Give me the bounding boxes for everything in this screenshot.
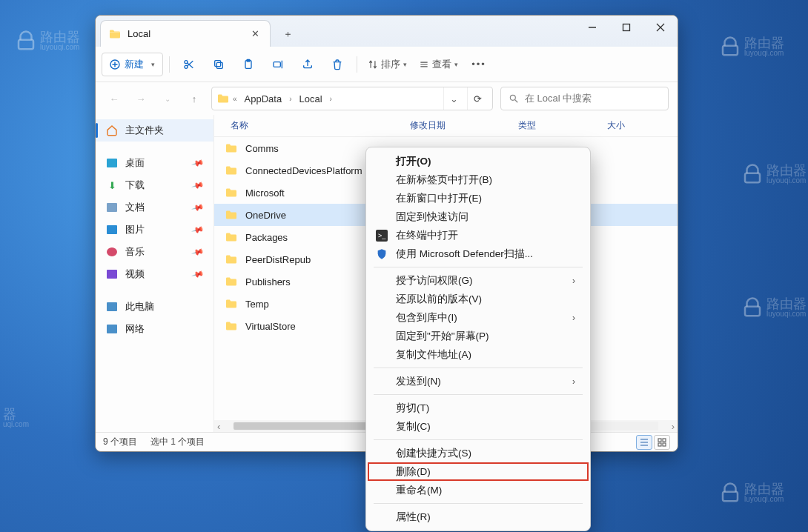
- sidebar-item-downloads[interactable]: ⬇下载📌: [96, 174, 213, 196]
- sidebar-item-desktop[interactable]: 桌面📌: [96, 152, 213, 174]
- pin-icon: 📌: [191, 267, 205, 281]
- address-dropdown[interactable]: ⌄: [443, 87, 464, 110]
- maximize-button[interactable]: [609, 16, 643, 39]
- sidebar-item-label: 桌面: [125, 156, 145, 170]
- sidebar-item-network[interactable]: 网络: [96, 318, 213, 340]
- column-date[interactable]: 修改日期: [404, 119, 512, 132]
- menu-open-new-window[interactable]: 在新窗口中打开(E): [368, 189, 589, 207]
- sort-label: 排序: [381, 58, 400, 71]
- folder-name: Comms: [245, 143, 279, 154]
- sidebar-item-label: 网络: [125, 322, 145, 336]
- view-button[interactable]: 查看 ▾: [414, 53, 463, 76]
- search-placeholder: 在 Local 中搜索: [525, 92, 592, 105]
- up-button[interactable]: ↑: [185, 89, 204, 108]
- svg-point-25: [510, 95, 515, 100]
- menu-delete[interactable]: 删除(D): [368, 462, 589, 481]
- submenu-arrow-icon: ›: [572, 313, 575, 323]
- titlebar: Local ✕ ＋: [96, 16, 678, 47]
- home-icon: [106, 124, 118, 136]
- column-headers: 名称 修改日期 类型 大小: [214, 115, 678, 137]
- toolbar: 新建 ▾ 排序 ▾ 查看 ▾ •••: [96, 47, 678, 82]
- folder-icon: [225, 321, 238, 331]
- terminal-icon: >_: [375, 229, 388, 242]
- more-button[interactable]: •••: [466, 53, 492, 76]
- details-view-button[interactable]: [636, 435, 652, 450]
- folder-icon: [225, 210, 238, 220]
- desktop-icon: [106, 157, 118, 169]
- breadcrumb[interactable]: Local: [295, 92, 327, 106]
- svg-rect-6: [623, 24, 630, 31]
- sort-button[interactable]: 排序 ▾: [363, 53, 411, 76]
- recent-dropdown[interactable]: ⌄: [158, 89, 177, 108]
- trash-icon: [331, 59, 343, 70]
- breadcrumb[interactable]: AppData: [240, 92, 287, 106]
- menu-rename[interactable]: 重命名(M): [368, 481, 589, 499]
- column-name[interactable]: 名称: [225, 119, 404, 132]
- share-icon: [302, 59, 314, 70]
- scroll-thumb[interactable]: [234, 422, 386, 430]
- pin-icon: 📌: [191, 245, 205, 259]
- sidebar-item-thispc[interactable]: 此电脑: [96, 296, 213, 318]
- menu-defender-scan[interactable]: 使用 Microsoft Defender扫描...: [368, 245, 589, 263]
- forward-button[interactable]: →: [131, 89, 150, 108]
- column-size[interactable]: 大小: [601, 119, 660, 132]
- cut-button[interactable]: [176, 53, 202, 76]
- copy-button[interactable]: [205, 53, 232, 76]
- svg-rect-17: [215, 60, 221, 66]
- pin-icon: 📌: [191, 201, 205, 214]
- address-bar[interactable]: « AppData › Local › ⌄ ⟳: [211, 87, 493, 110]
- svg-rect-30: [658, 439, 661, 442]
- menu-pin-start[interactable]: 固定到"开始"屏幕(P): [368, 327, 589, 345]
- view-label: 查看: [432, 58, 451, 71]
- sidebar-item-label: 下载: [125, 179, 145, 192]
- menu-cut[interactable]: 剪切(T): [368, 399, 589, 417]
- sidebar-item-music[interactable]: 音乐📌: [96, 241, 213, 263]
- scroll-right-icon: ›: [669, 421, 678, 432]
- menu-send-to[interactable]: 发送到(N)›: [368, 372, 589, 390]
- menu-properties[interactable]: 属性(R): [368, 508, 589, 526]
- menu-create-shortcut[interactable]: 创建快捷方式(S): [368, 444, 589, 462]
- tab-local[interactable]: Local ✕: [100, 20, 271, 47]
- menu-open-terminal[interactable]: >_在终端中打开: [368, 226, 589, 245]
- delete-button[interactable]: [324, 53, 351, 76]
- menu-copy[interactable]: 复制(C): [368, 417, 589, 436]
- minimize-button[interactable]: [575, 16, 609, 39]
- icons-view-button[interactable]: [654, 435, 670, 450]
- new-tab-button[interactable]: ＋: [275, 23, 300, 45]
- back-button[interactable]: ←: [105, 89, 124, 108]
- rename-icon: [272, 59, 284, 70]
- menu-pin-quick[interactable]: 固定到快速访问: [368, 207, 589, 226]
- sidebar-item-videos[interactable]: 视频📌: [96, 263, 213, 285]
- menu-restore[interactable]: 还原以前的版本(V): [368, 290, 589, 308]
- new-button[interactable]: 新建 ▾: [102, 53, 163, 76]
- copy-icon: [213, 59, 225, 70]
- chevron-down-icon: ▾: [151, 61, 155, 68]
- search-input[interactable]: 在 Local 中搜索: [500, 87, 669, 110]
- folder-icon: [108, 29, 122, 39]
- chevron-right-icon: ›: [289, 95, 291, 103]
- sidebar-item-home[interactable]: 主文件夹: [96, 119, 213, 142]
- refresh-button[interactable]: ⟳: [467, 87, 488, 110]
- rename-button[interactable]: [265, 53, 291, 76]
- pin-icon: 📌: [191, 223, 205, 236]
- sidebar-item-label: 视频: [125, 267, 145, 281]
- menu-include-library[interactable]: 包含到库中(I)›: [368, 308, 589, 327]
- tab-close-button[interactable]: ✕: [248, 25, 262, 42]
- sidebar-item-documents[interactable]: 文档📌: [96, 196, 213, 219]
- column-type[interactable]: 类型: [512, 119, 601, 132]
- menu-copy-path[interactable]: 复制文件地址(A): [368, 345, 589, 364]
- menu-open-new-tab[interactable]: 在新标签页中打开(B): [368, 170, 589, 189]
- chevron-down-icon: ▾: [454, 61, 458, 68]
- svg-point-12: [185, 60, 188, 63]
- paste-button[interactable]: [235, 53, 262, 76]
- share-button[interactable]: [294, 53, 321, 76]
- pc-icon: [106, 301, 118, 313]
- context-menu: 打开(O) 在新标签页中打开(B) 在新窗口中打开(E) 固定到快速访问 >_在…: [365, 147, 591, 531]
- folder-name: PeerDistRepub: [245, 254, 311, 265]
- menu-grant-access[interactable]: 授予访问权限(G)›: [368, 271, 589, 290]
- sidebar-item-pictures[interactable]: 图片📌: [96, 219, 213, 241]
- tab-title: Local: [128, 28, 150, 39]
- chevron-left-icon: «: [233, 95, 237, 103]
- menu-open[interactable]: 打开(O): [368, 152, 589, 170]
- close-button[interactable]: [643, 16, 678, 39]
